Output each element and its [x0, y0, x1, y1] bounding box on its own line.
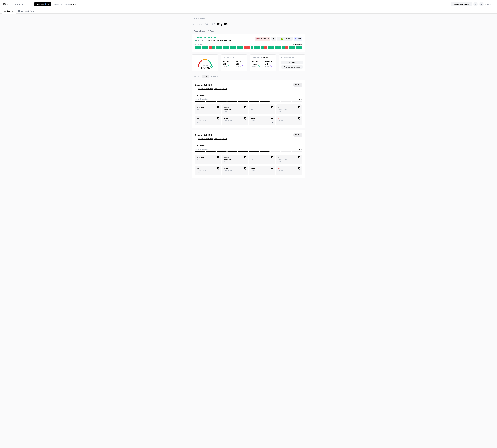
uptime-squares	[195, 46, 302, 49]
stat-cell: -$5Slashed	[276, 166, 302, 175]
compliance-encrypted: End-to-End Encrypted	[281, 65, 303, 69]
external-link-icon[interactable]	[272, 172, 273, 174]
stat-cell: In ProgressStatus	[195, 155, 221, 164]
job-details-heading: Job Details	[195, 144, 302, 146]
chevron-left-icon	[192, 18, 193, 19]
uptime-segment	[292, 101, 302, 102]
uptime-segment	[281, 151, 291, 152]
nav-tabs: Devices Earnings & Rewards	[0, 8, 497, 14]
uptime-square	[195, 46, 198, 49]
main-content: Back To Devices Device Name: my-msi Rena…	[189, 14, 308, 184]
job-for-link[interactable]: 72346782384g237823t4g823042634g0823o4	[198, 88, 227, 90]
stat-cell: 10Compute Hours Served	[195, 116, 221, 125]
stat-icon	[298, 106, 300, 108]
job-uptime-pct: 70%	[298, 148, 302, 150]
claim-with-pay-button[interactable]: Claim With Pay	[34, 2, 51, 6]
stat-icon	[217, 156, 219, 158]
stat-grid: In ProgressStatusJun 23 20:48:45Start--E…	[195, 104, 302, 125]
job-card: Compute Job ID: 1ClusterFor: 72346782384…	[192, 80, 305, 128]
uptime-square	[278, 46, 281, 49]
uptime-square	[296, 46, 299, 49]
logo-area[interactable]: IO.NET | WORKER	[3, 3, 31, 6]
uptime-segment	[195, 101, 205, 102]
job-for: For: 72346782384g237823t4g823042634g0823…	[195, 138, 302, 140]
uptime-square	[268, 46, 271, 49]
svg-point-13	[299, 107, 300, 108]
uptime-square	[272, 46, 274, 49]
uptime-segment	[227, 151, 237, 152]
device-name: my-msi	[217, 22, 231, 26]
tab-notifications[interactable]: Notifications	[209, 75, 221, 78]
pause-device-action[interactable]: Pause	[208, 30, 214, 32]
tab-services[interactable]: Services	[192, 75, 201, 78]
svg-point-3	[208, 31, 209, 32]
device-badges: 🇺🇸 United States x4 ◉ RTX 4090 Hired	[255, 37, 302, 41]
stat-value: Jun 23 20:48:45	[224, 156, 246, 161]
tab-jobs[interactable]: Jobs	[202, 75, 208, 78]
stat-label: Total Hire Rate	[224, 170, 246, 172]
rename-device-action[interactable]: Rename Device	[192, 30, 205, 32]
stat-value: 26	[278, 156, 300, 159]
flag-icon: 🇺🇸	[257, 38, 259, 40]
metrics-grid: Uptime Percentage 100% Traffic Transmitt…	[192, 54, 305, 71]
stat-icon	[244, 106, 246, 108]
uptime-square	[282, 46, 285, 49]
monitor-icon	[4, 10, 6, 12]
stat-icon	[271, 106, 273, 108]
inbound-value: 620.72 GB	[223, 61, 232, 65]
user-name: Shadid	[485, 3, 491, 5]
user-chevron-down-icon[interactable]	[492, 3, 494, 5]
stat-cell: --End	[249, 104, 275, 114]
stat-label: Total Hire Rate	[224, 120, 246, 122]
stat-label: Compute Hours Served	[197, 120, 219, 123]
uptime-segment	[238, 101, 248, 102]
job-id: Compute Job ID: 1	[195, 84, 212, 86]
cluster-button[interactable]: Cluster	[293, 83, 302, 87]
stat-icon	[217, 106, 219, 108]
stat-value: --	[251, 156, 273, 159]
compliance-soc2: SOC2/HIPAA	[281, 61, 303, 64]
svg-rect-18	[271, 118, 273, 118]
stat-cell: Jun 23 20:48:45Start	[222, 155, 248, 164]
stat-value: 26	[278, 106, 300, 109]
stat-cell: -$3Slashed	[276, 116, 302, 125]
svg-rect-32	[271, 168, 273, 168]
uptime-segment	[270, 151, 280, 152]
job-for-link[interactable]: 72346782384g237823t4g823042634g0823o4	[198, 138, 227, 140]
uptime-segment	[249, 101, 259, 102]
running-for: Running For: 1d 17h 51m	[195, 37, 231, 39]
connect-new-device-button[interactable]: Connect New Device	[451, 2, 472, 6]
stat-value: -$3	[278, 117, 300, 120]
uptime-square	[202, 46, 205, 49]
stat-cell: $100Earned	[249, 116, 275, 125]
chevron-down-icon[interactable]	[26, 3, 28, 5]
tab-devices[interactable]: Devices	[1, 8, 16, 14]
stat-label: Status	[197, 109, 219, 110]
stat-cell: Jun 23 20:48:45Start	[222, 104, 248, 114]
logo-text: IO.NET	[3, 3, 12, 6]
stat-value: -$5	[278, 167, 300, 170]
job-uptime-label: Uptime Percentage	[195, 148, 208, 150]
tab-earnings-rewards[interactable]: Earnings & Rewards	[16, 8, 39, 14]
svg-rect-0	[4, 10, 6, 11]
stat-cell: 25Compute Hours Served	[195, 166, 221, 175]
os-badge	[271, 37, 276, 41]
notifications-icon[interactable]	[473, 2, 478, 6]
external-link-icon[interactable]	[272, 122, 273, 124]
cluster-button[interactable]: Cluster	[293, 133, 302, 137]
stat-icon	[271, 156, 273, 158]
inbound-icon: ↓	[228, 65, 229, 67]
device-id: 927g23n923179z88834g828772342	[208, 40, 232, 41]
back-to-devices-link[interactable]: Back To Devices	[192, 17, 205, 19]
svg-rect-17	[271, 118, 273, 119]
stat-value: --	[251, 106, 273, 109]
uptime-square	[289, 46, 292, 49]
stat-cell: $145Earned	[249, 166, 275, 175]
uptime-square	[198, 46, 201, 49]
app-header: IO.NET | WORKER Claim With Pay Unclaimed…	[0, 0, 497, 8]
stat-value: $100	[251, 117, 273, 120]
uptime-square	[212, 46, 215, 49]
uptime-segment	[206, 101, 216, 102]
page-title: Device Name: my-msi	[192, 22, 305, 26]
avatar[interactable]: SH	[479, 2, 483, 6]
